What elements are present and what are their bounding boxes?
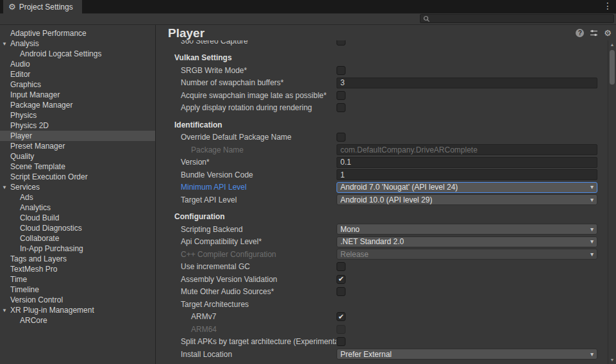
checkbox-split-apks-by-target-architecture-experimental[interactable] (337, 337, 345, 346)
dropdown-value: Android 10.0 (API level 29) (340, 195, 432, 204)
sidebar-item-label: Cloud Build (20, 213, 59, 222)
checkbox-apply-display-rotation-during-rendering[interactable] (337, 103, 345, 112)
caret-down-icon: ▾ (590, 197, 594, 203)
dropdown-target-api-level[interactable]: Android 10.0 (API level 29)▾ (337, 194, 597, 205)
sidebar-item-label: ARCore (20, 316, 47, 325)
setting-label: Target API Level (174, 195, 337, 204)
checkbox-mute-other-audio-sources[interactable] (337, 287, 345, 296)
checkbox-srgb-write-mode[interactable] (337, 66, 345, 75)
setting-row-arm64: ARM64 (156, 323, 608, 336)
sidebar-item-timeline[interactable]: Timeline (0, 285, 155, 295)
setting-label: Use incremental GC (174, 262, 337, 271)
dropdown-scripting-backend[interactable]: Mono▾ (337, 224, 597, 235)
caret-down-icon: ▾ (590, 184, 594, 190)
sidebar-item-editor[interactable]: Editor (0, 69, 155, 79)
settings-sidebar: Adaptive Performance▼AnalysisAndroid Log… (0, 25, 156, 364)
expander-triangle-icon[interactable]: ▼ (2, 185, 7, 190)
setting-label: Override Default Package Name (174, 133, 337, 142)
dropdown-api-compatibility-level[interactable]: .NET Standard 2.0▾ (337, 236, 597, 247)
sidebar-item-player[interactable]: Player (0, 131, 155, 141)
sidebar-item-textmesh-pro[interactable]: TextMesh Pro (0, 264, 155, 274)
caret-down-icon: ▾ (590, 251, 594, 258)
setting-row-install-location: Install LocationPrefer External▾ (156, 348, 608, 361)
setting-label: Api Compatibility Level* (174, 237, 337, 246)
gear-icon: ⚙ (8, 3, 16, 11)
checkbox-arm64 (337, 325, 345, 334)
scroll-up-arrow-icon[interactable]: ▲ (608, 42, 616, 47)
checkbox-assembly-version-validation[interactable]: ✔ (337, 275, 345, 284)
sidebar-item-cloud-diagnostics[interactable]: Cloud Diagnostics (0, 223, 155, 233)
presets-sliders-icon[interactable] (590, 29, 598, 37)
sidebar-list: Adaptive Performance▼AnalysisAndroid Log… (0, 28, 155, 326)
scrollbar[interactable]: ▲ ▼ (608, 40, 616, 364)
sidebar-item-label: Quality (10, 152, 34, 161)
setting-row-override-default-package-name: Override Default Package Name (156, 131, 608, 144)
setting-label: Assembly Version Validation (174, 275, 337, 284)
checkbox-acquire-swapchain-image-late-as-possible[interactable] (337, 91, 345, 100)
checkmark-icon: ✔ (338, 313, 344, 320)
sidebar-item-script-execution-order[interactable]: Script Execution Order (0, 172, 155, 182)
checkbox-use-incremental-gc[interactable] (337, 262, 345, 271)
checkbox-360-stereo-capture[interactable] (337, 40, 345, 46)
settings-gear-icon[interactable]: ⚙ (604, 29, 612, 37)
settings-rows: 360 Stereo CaptureVulkan SettingsSRGB Wr… (156, 40, 608, 364)
checkmark-icon: ✔ (338, 276, 344, 283)
sidebar-item-input-manager[interactable]: Input Manager (0, 90, 155, 100)
text-field-version[interactable] (337, 157, 597, 168)
project-settings-tab[interactable]: ⚙ Project Settings (3, 0, 82, 13)
sidebar-item-label: Android Logcat Settings (20, 49, 101, 58)
sidebar-item-label: Ads (20, 193, 33, 202)
sidebar-item-analysis[interactable]: ▼Analysis (0, 38, 155, 49)
sidebar-item-physics[interactable]: Physics (0, 110, 155, 120)
sidebar-item-android-logcat-settings[interactable]: Android Logcat Settings (0, 49, 155, 59)
sidebar-item-adaptive-performance[interactable]: Adaptive Performance (0, 28, 155, 38)
sidebar-item-services[interactable]: ▼Services (0, 182, 155, 192)
setting-row-target-api-level: Target API LevelAndroid 10.0 (API level … (156, 194, 608, 206)
setting-label: ARMv7 (174, 312, 337, 321)
sidebar-item-scene-template[interactable]: Scene Template (0, 161, 155, 172)
setting-row-package-name: Package Name (156, 144, 608, 156)
sidebar-item-audio[interactable]: Audio (0, 59, 155, 69)
sidebar-item-label: TextMesh Pro (10, 265, 57, 274)
window-menu-kebab-icon[interactable]: ⋮ (603, 1, 612, 10)
sidebar-item-analytics[interactable]: Analytics (0, 203, 155, 213)
sidebar-item-label: Collaborate (20, 234, 59, 243)
search-input[interactable] (432, 15, 611, 22)
sidebar-item-physics-2d[interactable]: Physics 2D (0, 120, 155, 131)
sidebar-item-ads[interactable]: Ads (0, 192, 155, 203)
checkbox-override-default-package-name[interactable] (337, 133, 345, 142)
sidebar-item-label: Tags and Layers (10, 254, 67, 263)
sidebar-item-quality[interactable]: Quality (0, 151, 155, 161)
main-header: Player ? ⚙ (156, 25, 616, 40)
dropdown-value: Android 7.0 'Nougat' (API level 24) (340, 183, 458, 192)
text-field-number-of-swapchain-buffers[interactable] (337, 78, 597, 88)
expander-triangle-icon[interactable]: ▼ (2, 308, 7, 313)
sidebar-item-graphics[interactable]: Graphics (0, 79, 155, 90)
dropdown-minimum-api-level[interactable]: Android 7.0 'Nougat' (API level 24)▾ (337, 182, 597, 193)
setting-label: Package Name (174, 145, 337, 154)
sidebar-item-collaborate[interactable]: Collaborate (0, 233, 155, 244)
sidebar-item-preset-manager[interactable]: Preset Manager (0, 141, 155, 151)
search-box[interactable] (420, 14, 614, 23)
help-icon[interactable]: ? (576, 29, 584, 37)
sidebar-item-time[interactable]: Time (0, 274, 155, 285)
sidebar-item-in-app-purchasing[interactable]: In-App Purchasing (0, 244, 155, 254)
sidebar-item-version-control[interactable]: Version Control (0, 295, 155, 305)
scroll-down-arrow-icon[interactable]: ▼ (608, 358, 616, 362)
setting-row-c-compiler-configuration: C++ Compiler ConfigurationRelease▾ (156, 248, 608, 261)
scrollbar-thumb[interactable] (610, 50, 615, 85)
sidebar-item-cloud-build[interactable]: Cloud Build (0, 213, 155, 223)
checkbox-armv7[interactable]: ✔ (337, 312, 345, 321)
sidebar-item-tags-and-layers[interactable]: Tags and Layers (0, 254, 155, 264)
expander-triangle-icon[interactable]: ▼ (2, 41, 7, 47)
setting-label: Mute Other Audio Sources* (174, 287, 337, 296)
dropdown-install-location[interactable]: Prefer External▾ (337, 349, 597, 360)
setting-row-number-of-swapchain-buffers: Number of swapchain buffers* (156, 77, 608, 90)
sidebar-item-xr-plug-in-management[interactable]: ▼XR Plug-in Management (0, 305, 155, 315)
sidebar-item-label: Cloud Diagnostics (20, 224, 82, 233)
text-field-bundle-version-code[interactable] (337, 169, 597, 180)
sidebar-item-label: Editor (10, 70, 30, 79)
sidebar-item-arcore[interactable]: ARCore (0, 315, 155, 326)
text-field-package-name (337, 144, 597, 155)
sidebar-item-package-manager[interactable]: Package Manager (0, 100, 155, 110)
